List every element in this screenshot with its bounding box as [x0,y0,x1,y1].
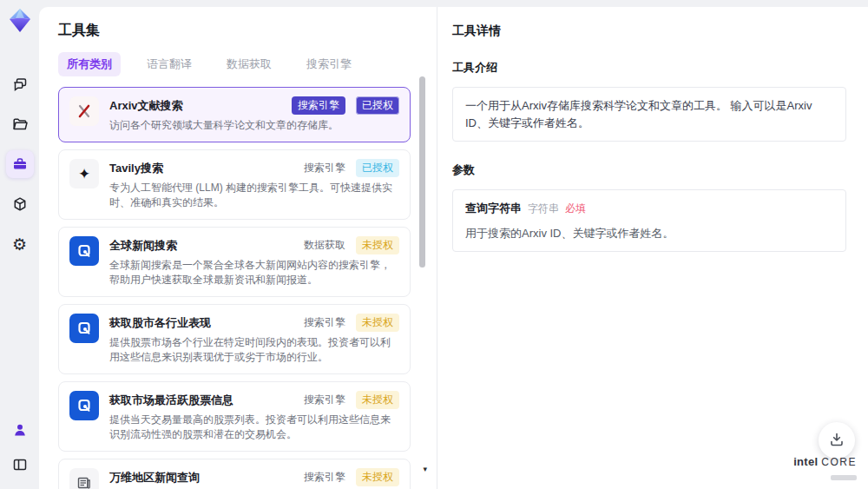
sidebar-item-settings[interactable]: ⚙ [6,230,34,258]
intro-box: 一个用于从Arxiv存储库搜索科学论文和文章的工具。 输入可以是Arxiv ID… [452,87,846,142]
tool-list: Arxiv文献搜索 搜索引擎 已授权 访问各个研究领域大量科学论文和文章的存储库… [58,87,411,489]
tool-card[interactable]: Arxiv文献搜索 搜索引擎 已授权 访问各个研究领域大量科学论文和文章的存储库… [58,87,411,142]
globalnews-icon [69,236,99,266]
tool-card[interactable]: 万维地区新闻查询 搜索引擎 未授权 查询具体行政区划内的新闻，快速了解各地新闻动 [58,459,411,489]
folder-icon [11,116,29,133]
tool-title: Arxiv文献搜索 [109,96,285,114]
page-title: 工具集 [58,22,411,40]
tool-description: 提供股票市场各个行业在特定时间段内的表现。投资者可以利用这些信息来识别表现优于或… [109,335,399,365]
tab-语言翻译[interactable]: 语言翻译 [138,52,201,76]
tool-title: 获取股市各行业表现 [109,314,297,331]
intel-wordmark: intel [793,455,818,468]
sidebar-item-chat[interactable] [6,70,34,98]
tool-auth-badge: 未授权 [356,391,399,409]
panels-icon [11,456,29,473]
sidebar-item-tools[interactable] [6,150,34,178]
globalnews-icon [69,391,99,420]
category-tabs: 所有类别语言翻译数据获取搜索引擎 [58,52,411,76]
scroll-down-icon[interactable]: ▾ [423,465,427,473]
tool-description: 全球新闻搜索是一个聚合全球各大新闻网站内容的搜索引擎，帮助用户快速获取全球最新资… [109,258,399,287]
tool-title: 获取市场最活跃股票信息 [109,391,297,408]
briefcase-icon [11,155,29,173]
tool-auth-badge: 已授权 [356,96,399,115]
download-icon [828,431,845,451]
param-name: 查询字符串 [465,200,522,217]
param-required-badge: 必填 [565,201,586,216]
tab-数据获取[interactable]: 数据获取 [218,52,280,76]
sidebar-item-panels[interactable] [6,451,34,479]
tool-auth-badge: 未授权 [356,236,399,254]
tool-category-tag: 数据获取 [304,238,345,253]
download-button[interactable] [819,422,855,459]
intro-text: 一个用于从Arxiv存储库搜索科学论文和文章的工具。 输入可以是Arxiv ID… [465,99,812,129]
tool-category-tag: 搜索引擎 [304,393,345,407]
app-logo-icon [5,6,35,36]
intro-heading: 工具介绍 [452,60,846,76]
sidebar-item-packages[interactable] [6,190,34,218]
tool-category-tag: 搜索引擎 [304,470,345,485]
globalnews-icon [69,314,99,343]
details-title: 工具详情 [452,23,846,39]
intel-core-logo: intel CORE [793,455,857,484]
tool-description: 访问各个研究领域大量科学论文和文章的存储库。 [109,118,399,133]
core-wordmark: CORE [821,456,857,468]
tool-category-tag: 搜索引擎 [304,161,345,175]
tool-auth-badge: 已授权 [356,159,399,177]
user-icon [11,421,29,439]
tool-title: Tavily搜索 [109,159,297,176]
details-pane: 工具详情 工具介绍 一个用于从Arxiv存储库搜索科学论文和文章的工具。 输入可… [437,7,868,489]
tool-auth-badge: 未授权 [356,314,399,332]
param-box: 查询字符串 字符串 必填 用于搜索的Arxiv ID、关键字或作者姓名。 [452,189,846,252]
tools-pane: 工具集 所有类别语言翻译数据获取搜索引擎 Arxiv文献搜索 搜索引擎 已授权 … [39,7,437,489]
sidebar: ⚙ [0,0,39,489]
tool-auth-badge: 未授权 [356,468,399,486]
tab-搜索引擎[interactable]: 搜索引擎 [298,52,360,76]
chat-icon [11,76,29,93]
tool-description: 专为人工智能代理 (LLM) 构建的搜索引擎工具。可快速提供实时、准确和真实的结… [109,181,399,210]
tool-card[interactable]: 全球新闻搜索 数据获取 未授权 全球新闻搜索是一个聚合全球各大新闻网站内容的搜索… [58,227,411,297]
sidebar-item-user[interactable] [6,416,34,444]
tool-title: 万维地区新闻查询 [109,468,297,486]
tool-card[interactable]: 获取市场最活跃股票信息 搜索引擎 未授权 提供当天交易量最高的股票列表。投资者可… [58,381,411,452]
tool-card[interactable]: ✦ Tavily搜索 搜索引擎 已授权 专为人工智能代理 (LLM) 构建的搜索… [58,149,411,220]
main-panel: 工具集 所有类别语言翻译数据获取搜索引擎 Arxiv文献搜索 搜索引擎 已授权 … [39,7,868,489]
scrollbar-thumb[interactable] [419,76,425,268]
tab-所有类别[interactable]: 所有类别 [58,52,121,76]
param-desc: 用于搜索的Arxiv ID、关键字或作者姓名。 [465,225,833,242]
gear-icon: ⚙ [12,236,27,253]
arxiv-icon [69,96,99,126]
tool-category-tag: 搜索引擎 [292,96,345,115]
tool-description: 提供当天交易量最高的股票列表。投资者可以利用这些信息来识别流动性强的股票和潜在的… [109,413,399,442]
sidebar-item-files[interactable] [6,110,34,138]
tool-title: 全球新闻搜索 [109,236,297,254]
params-heading: 参数 [452,162,846,178]
newspaper-icon [69,468,99,489]
tavily-icon: ✦ [69,159,99,188]
tool-card[interactable]: 获取股市各行业表现 搜索引擎 未授权 提供股票市场各个行业在特定时间段内的表现。… [58,304,411,374]
tool-category-tag: 搜索引擎 [304,315,345,330]
intel-sub-badge [831,475,857,480]
cube-icon [11,195,29,213]
param-type: 字符串 [528,201,559,216]
